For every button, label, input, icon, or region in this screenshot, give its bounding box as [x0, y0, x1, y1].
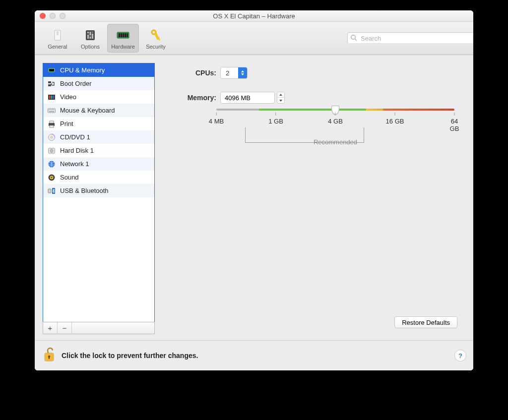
sidebar-item-harddisk[interactable]: Hard Disk 1 [43, 144, 154, 157]
memory-input[interactable] [220, 92, 275, 104]
add-device-button[interactable]: + [43, 322, 58, 334]
svg-point-50 [51, 177, 53, 178]
security-icon [148, 27, 164, 43]
tab-security[interactable]: Security [140, 24, 172, 53]
svg-rect-6 [87, 33, 89, 35]
harddisk-icon [47, 146, 56, 155]
sidebar-item-label: Boot Order [60, 80, 92, 87]
sidebar-item-label: Video [60, 93, 76, 101]
tab-label: Security [146, 44, 166, 50]
search-icon [350, 34, 357, 43]
sidebar-item-label: Sound [60, 174, 79, 181]
disc-icon [47, 133, 56, 142]
tab-label: Options [81, 44, 100, 50]
window-controls [40, 13, 65, 19]
video-icon [47, 93, 56, 102]
svg-rect-7 [90, 35, 91, 37]
memory-label: Memory: [164, 94, 220, 102]
sidebar-item-label: Hard Disk 1 [60, 147, 94, 154]
cpus-select[interactable]: 2 [220, 67, 248, 79]
sidebar-item-boot-order[interactable]: Boot Order [43, 77, 154, 90]
svg-rect-18 [154, 32, 159, 40]
sidebar-item-label: USB & Bluetooth [60, 187, 109, 194]
tab-options[interactable]: Options [74, 24, 106, 53]
sidebar-item-mouse-keyboard[interactable]: Mouse & Keyboard [43, 104, 154, 117]
tick-label: 4 GB [328, 118, 343, 125]
cpus-label: CPUs: [164, 69, 220, 77]
sidebar-item-label: Print [60, 120, 73, 127]
sidebar-item-sound[interactable]: Sound [43, 171, 154, 184]
footer: Click the lock to prevent further change… [35, 340, 473, 370]
svg-rect-34 [51, 109, 51, 110]
sidebar-actions: + − [43, 322, 155, 334]
svg-line-22 [355, 39, 356, 40]
svg-rect-12 [120, 33, 121, 37]
close-window-button[interactable] [40, 13, 46, 19]
sidebar-item-label: Network 1 [60, 160, 89, 168]
remove-device-button[interactable]: − [58, 322, 72, 334]
memory-step-up[interactable] [277, 92, 284, 98]
memory-slider[interactable]: 4 MB 1 GB 4 GB 16 GB 64 GB Recommended [216, 109, 454, 129]
svg-rect-3 [87, 32, 89, 39]
memory-stepper[interactable] [277, 92, 285, 104]
svg-rect-41 [50, 125, 54, 127]
svg-rect-8 [92, 32, 93, 34]
hardware-sidebar: CPU & Memory Boot Order [43, 63, 155, 334]
sidebar-item-video[interactable]: Video [43, 90, 154, 104]
svg-rect-24 [49, 69, 54, 71]
svg-point-43 [51, 136, 52, 138]
sound-icon [47, 173, 56, 182]
usb-bluetooth-icon [47, 186, 56, 195]
help-button[interactable]: ? [454, 350, 466, 361]
svg-rect-11 [118, 33, 119, 37]
svg-rect-13 [122, 33, 123, 37]
svg-rect-56 [49, 357, 50, 359]
hardware-list[interactable]: CPU & Memory Boot Order [43, 63, 155, 322]
sidebar-item-network[interactable]: Network 1 [43, 157, 154, 171]
tab-general[interactable]: General [42, 24, 73, 53]
minimize-window-button[interactable] [50, 13, 56, 19]
svg-rect-33 [50, 109, 50, 110]
boot-order-icon [47, 79, 56, 88]
cpus-value: 2 [221, 69, 238, 77]
svg-rect-36 [53, 109, 53, 110]
svg-rect-30 [53, 95, 55, 99]
memory-step-down[interactable] [277, 98, 284, 103]
svg-rect-51 [48, 189, 51, 193]
svg-rect-31 [48, 109, 56, 113]
svg-rect-1 [57, 31, 59, 35]
sidebar-item-cpu-memory[interactable]: CPU & Memory [43, 63, 154, 77]
tick-label: 64 GB [450, 118, 459, 132]
sidebar-item-label: CPU & Memory [60, 66, 105, 74]
sidebar-item-label: Mouse & Keyboard [60, 107, 115, 114]
search-input[interactable] [347, 32, 473, 44]
keyboard-icon [47, 106, 56, 115]
titlebar: OS X El Capitan – Hardware [35, 10, 473, 22]
restore-defaults: Restore Defaults [394, 316, 457, 328]
window-title: OS X El Capitan – Hardware [35, 12, 473, 20]
zoom-window-button[interactable] [60, 13, 65, 19]
svg-rect-15 [126, 33, 127, 37]
sidebar-item-label: CD/DVD 1 [60, 133, 90, 141]
svg-rect-25 [48, 81, 51, 83]
svg-rect-37 [54, 109, 54, 110]
svg-rect-35 [52, 109, 52, 110]
svg-rect-38 [49, 111, 54, 112]
svg-rect-14 [124, 33, 125, 37]
tab-label: General [48, 44, 67, 50]
sidebar-item-cddvd[interactable]: CD/DVD 1 [43, 130, 154, 144]
lock-icon[interactable] [42, 347, 57, 365]
options-icon [82, 27, 98, 43]
tick-label: 1 GB [268, 118, 283, 125]
network-icon [47, 160, 56, 169]
memory-slider-ticks: 4 MB 1 GB 4 GB 16 GB 64 GB [216, 113, 454, 129]
restore-defaults-button[interactable]: Restore Defaults [394, 316, 457, 328]
svg-rect-40 [50, 121, 54, 123]
cpus-stepper-icon [238, 67, 247, 78]
tab-hardware[interactable]: Hardware [107, 24, 139, 53]
sidebar-item-print[interactable]: Print [43, 117, 154, 130]
sidebar-item-usb-bluetooth[interactable]: USB & Bluetooth [43, 184, 154, 197]
cpu-icon [47, 66, 56, 75]
lock-message: Click the lock to prevent further change… [62, 352, 198, 360]
preferences-window: OS X El Capitan – Hardware General Optio… [35, 10, 473, 370]
